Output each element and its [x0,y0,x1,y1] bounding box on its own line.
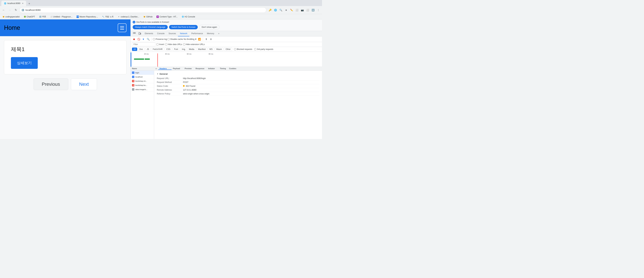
col-response-header[interactable]: Response [194,67,207,70]
hide-ext-urls-checkbox[interactable] [183,43,185,45]
network-item-bootstrap-mi[interactable]: 🖼 bootstrap.mi... [131,79,154,83]
bookmark-h2console[interactable]: 🌐 H2 Console [180,15,196,18]
devtools-select-icon[interactable] [132,31,137,36]
edit-icon[interactable]: ✏️ [289,8,294,12]
network-item-login[interactable]: ≡ login [131,71,154,75]
tab-memory[interactable]: Memory [205,31,216,36]
col-initiator-header[interactable]: Initiator [207,67,218,70]
translate-icon[interactable]: 🌐 [273,8,278,12]
switch-korean-button[interactable]: Switch DevTools to Korean [169,25,198,29]
preserve-log-checkbox[interactable] [153,38,155,40]
search-icon[interactable]: 🔍 [146,37,150,41]
filter-chip-img[interactable]: Img [180,48,187,51]
extension-icon[interactable]: ⬜ [294,8,299,12]
hide-data-urls-label[interactable]: Hide data URLs [165,43,182,46]
bookmark-github[interactable]: 🐱 GitHub [142,15,154,18]
bookmark-star-icon[interactable]: ★ [284,8,288,12]
filter-chip-manifest[interactable]: Manifest [196,48,207,51]
filter-chip-media[interactable]: Media [187,48,196,51]
tab-elements[interactable]: Elements [143,31,155,36]
new-tab-button[interactable]: + [27,1,32,6]
section-header-general[interactable]: ▼ General [157,73,319,75]
hide-ext-urls-label[interactable]: Hide extension URLs [183,43,205,46]
cast-icon[interactable]: ⬜ [305,8,310,12]
devtools-device-icon[interactable] [137,31,142,36]
refresh-button[interactable]: ↻ [14,8,18,12]
browser-tab[interactable]: 🌐 localhost:8080 ✕ [1,1,26,6]
filter-chip-other[interactable]: Other [224,48,232,51]
network-item-dataimage[interactable]: ≡ data:image/s... [131,87,154,92]
disable-cache-checkbox[interactable] [168,38,170,40]
zoom-icon[interactable]: 🔍 [278,8,283,12]
blocked-requests-label[interactable]: Blocked requests [234,48,252,50]
bookmark-maven[interactable]: MVN Maven Repository:... [76,15,99,18]
preserve-log-label[interactable]: Preserve log [153,38,167,40]
third-party-checkbox[interactable] [254,48,256,50]
clear-icon[interactable]: 🚫 [137,37,141,41]
record-icon[interactable]: ⏺ [132,37,136,41]
bookmark-codingspecialist[interactable]: 🐱 codingspecialist [1,15,21,18]
bookmark-untitled[interactable]: ⬜ Untitled - Playgroun... [49,15,74,18]
col-preview-header[interactable]: Preview [183,67,194,70]
hamburger-button[interactable] [118,23,126,32]
col-close-header[interactable]: × [154,67,158,70]
download-icon[interactable]: ⬇️ [310,8,315,12]
bookmark-coderyu[interactable]: ≡ coderyu1 | Dashbo... [117,15,140,18]
hide-data-urls-checkbox[interactable] [165,43,167,45]
detail-button[interactable]: 상세보기 [11,57,38,69]
bookmark-devnotes[interactable]: 🔧 개발 노트 [101,14,114,19]
filter-chip-fetch[interactable]: Fetch/XHR [151,48,164,51]
col-name-header[interactable]: Name [131,67,154,70]
forward-button[interactable]: → [8,8,12,12]
tab-title: localhost:8080 [8,2,20,4]
screenshot-icon[interactable]: 📷 [300,8,304,12]
filter-icon[interactable]: ▼ [142,37,146,41]
tab-network[interactable]: Network [178,31,189,36]
tab-close-icon[interactable]: ✕ [22,2,24,4]
wifi-icon[interactable]: 📶 [198,37,202,41]
throttle-arrow-icon: ▼ [195,38,197,40]
tab-sources[interactable]: Sources [166,31,178,36]
download2-icon[interactable]: ⬇ [209,37,213,41]
tab-more[interactable]: » [216,31,221,36]
filter-chip-js[interactable]: JS [145,48,150,51]
back-button[interactable]: ← [1,8,6,12]
bookmark-quitton[interactable]: ℹ️ 퀴튼 [38,14,47,19]
col-cookies-header[interactable]: Cookies [228,67,238,70]
third-party-text: 3rd-party requests [257,48,273,50]
third-party-label[interactable]: 3rd-party requests [254,48,273,50]
tab-console[interactable]: Console [155,31,166,36]
next-button[interactable]: Next [71,78,97,90]
dont-show-again-button[interactable]: Don't show again [199,25,220,29]
filter-chip-css[interactable]: CSS [165,48,172,51]
always-match-button[interactable]: Always match Chrome's language [133,25,168,29]
blocked-requests-checkbox[interactable] [234,48,236,50]
filter-chip-font[interactable]: Font [172,48,180,51]
col-payload-header[interactable]: Payload [172,67,183,70]
network-item-bootstrap-bu[interactable]: 🖼 bootstrap.bu... [131,83,154,87]
upload-icon[interactable]: ⬆ [204,37,208,41]
bookmark-contenttype[interactable]: M Content-Type - HT... [156,15,178,18]
network-item-name-login: login [135,72,139,74]
col-headers-header[interactable]: Headers [158,67,172,70]
invert-label[interactable]: Invert [156,43,164,46]
details-panel: ▼ General Request URL: http://localhost:… [154,71,322,139]
tab-performance[interactable]: Performance [189,31,205,36]
previous-button[interactable]: Previous [34,78,68,90]
filter-chip-all[interactable]: All [132,48,137,51]
invert-checkbox[interactable] [156,43,158,45]
bookmark-chatgpt[interactable]: 🟢 ChatGPT [23,15,36,18]
menu-icon[interactable]: ⋮ [316,8,321,12]
address-bar[interactable]: ℹ️ localhost:8080 [20,7,266,13]
timeline-red-line [158,53,158,67]
disable-cache-label[interactable]: Disable cache [168,38,183,40]
filter-input[interactable] [132,42,156,46]
network-item-localhost[interactable]: ≡ localhost [131,75,154,79]
filter-chip-ws[interactable]: WS [208,48,214,51]
filter-chip-wasm[interactable]: Wasm [215,48,224,51]
throttle-dropdown[interactable]: No throttling ▼ [184,38,197,40]
key-icon[interactable]: 🔑 [268,8,272,12]
filter-chip-doc[interactable]: Doc [138,48,144,51]
invert-text: Invert [159,43,164,46]
col-timing-header[interactable]: Timing [218,67,228,70]
